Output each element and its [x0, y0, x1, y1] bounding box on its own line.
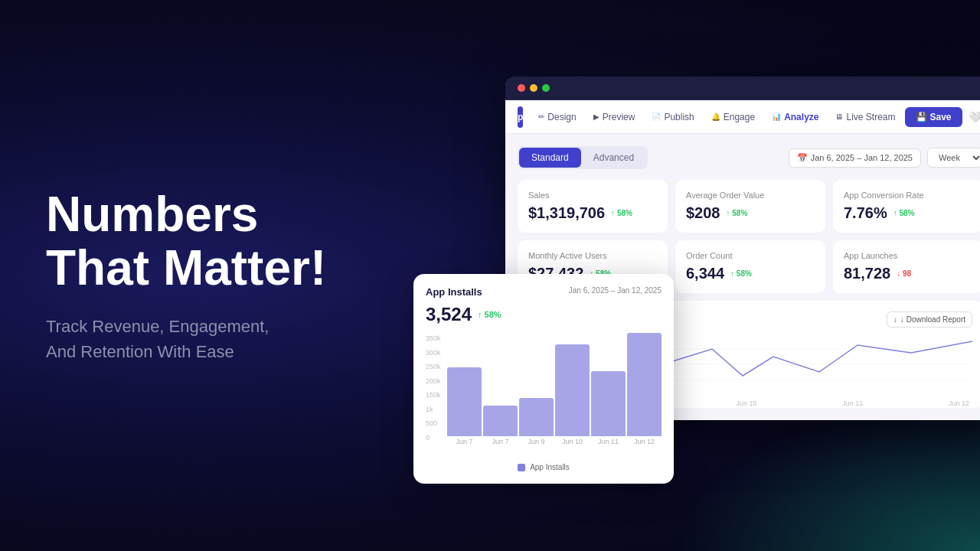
download-report-button[interactable]: ↓ ↓ Download Report: [887, 311, 972, 328]
preview-icon: ▶: [593, 112, 599, 121]
nav-preview[interactable]: ▶ Preview: [586, 107, 643, 127]
bar-col-2: Jun 7: [483, 406, 518, 445]
date-range-controls: 📅 Jan 6, 2025 – Jan 12, 2025 Week Month …: [789, 148, 980, 168]
launches-badge: ↓ 98: [897, 269, 911, 278]
metric-conversion: App Conversion Rate 7.76% ↑ 58%: [833, 180, 980, 233]
legend-dot: [518, 464, 525, 471]
date-range-badge[interactable]: 📅 Jan 6, 2025 – Jan 12, 2025: [789, 148, 921, 168]
bar-chart-card: App Installs Jan 6, 2025 – Jan 12, 2025 …: [413, 274, 674, 484]
aov-badge: ↑ 58%: [727, 209, 748, 217]
bar-col-4: Jun 10: [555, 344, 590, 445]
sales-badge: ↑ 58%: [611, 209, 632, 217]
analyze-icon: 📊: [772, 112, 781, 121]
save-icon: 💾: [916, 112, 927, 122]
bar-1: [447, 367, 482, 436]
nav-design[interactable]: ✏ Design: [531, 107, 583, 127]
nav-engage[interactable]: 🔔 Engage: [704, 107, 763, 127]
tab-advanced[interactable]: Advanced: [581, 148, 646, 168]
bar-col-3: Jun 9: [519, 398, 554, 445]
bar-col-6: Jun 12: [627, 333, 662, 445]
bar-chart-legend: App Installs: [426, 463, 662, 471]
download-icon: ↓: [893, 315, 897, 324]
window-dot-red: [518, 84, 525, 92]
metric-launches: App Launches 81,728 ↓ 98: [833, 240, 980, 293]
tab-standard[interactable]: Standard: [519, 148, 581, 168]
bar-col-5: Jun 11: [591, 371, 626, 445]
hero-section: Numbers That Matter! Track Revenue, Enga…: [46, 187, 326, 364]
bar-chart-badge: ↑ 58%: [478, 310, 501, 319]
period-select[interactable]: Week Month Year: [927, 148, 980, 168]
bar-chart-header: App Installs Jan 6, 2025 – Jan 12, 2025: [426, 286, 662, 298]
metric-sales: Sales $1,319,706 ↑ 58%: [518, 180, 668, 233]
save-button[interactable]: 💾 Save: [905, 107, 962, 127]
livestream-icon: 🖥: [835, 112, 843, 121]
filter-row: Standard Advanced 📅 Jan 6, 2025 – Jan 12…: [518, 146, 980, 169]
metric-aov: Average Order Value $208 ↑ 58%: [675, 180, 825, 233]
nav-publish[interactable]: 📄 Publish: [644, 107, 701, 127]
app-toolbar: p ✏ Design ▶ Preview 📄 Publish 🔔 Engage …: [505, 100, 980, 134]
design-icon: ✏: [538, 112, 544, 121]
metric-order-count: Order Count 6,344 ↑ 58%: [675, 240, 825, 293]
teal-glow: [674, 398, 980, 551]
nav-livestream[interactable]: 🖥 Live Stream: [828, 107, 903, 127]
bar-6: [627, 333, 662, 436]
bar-chart: 350k 300k 250k 200k 150k 1k 500 0 Jun 7 …: [426, 334, 662, 457]
bar-col-1: Jun 7: [447, 367, 482, 445]
app-logo: p: [518, 106, 523, 128]
view-tabs: Standard Advanced: [518, 146, 648, 169]
y-axis: 350k 300k 250k 200k 150k 1k 500 0: [426, 334, 446, 442]
bar-4: [555, 344, 590, 436]
bar-3: [519, 398, 554, 436]
window-dot-yellow: [530, 84, 537, 92]
bar-5: [591, 371, 626, 436]
bar-chart-bars: 350k 300k 250k 200k 150k 1k 500 0 Jun 7 …: [426, 334, 662, 445]
hero-heading: Numbers That Matter!: [46, 187, 326, 295]
bar-chart-value: 3,524 ↑ 58%: [426, 304, 662, 325]
browser-chrome: [505, 77, 980, 100]
metrics-row-1: Sales $1,319,706 ↑ 58% Average Order Val…: [518, 180, 980, 233]
window-dot-green: [542, 84, 550, 92]
publish-icon: 📄: [652, 112, 661, 121]
bar-2: [483, 406, 518, 436]
calendar-icon: 📅: [797, 153, 808, 163]
conversion-badge: ↑ 58%: [893, 209, 915, 217]
nav-analyze[interactable]: 📊 Analyze: [764, 107, 826, 127]
like-button[interactable]: 🤍: [964, 106, 980, 128]
engage-icon: 🔔: [711, 112, 720, 121]
order-count-badge: ↑ 58%: [730, 269, 752, 278]
hero-subtext: Track Revenue, Engagement, And Retention…: [46, 313, 326, 364]
